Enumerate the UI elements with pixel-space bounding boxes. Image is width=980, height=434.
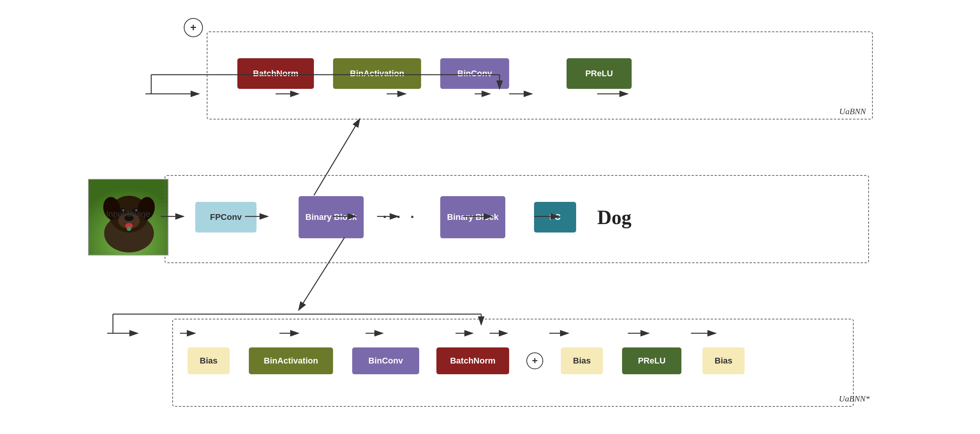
uabnn-label: UaBNN <box>839 106 866 116</box>
mid-fpconv-block: FPConv <box>195 202 256 233</box>
bot-batchnorm-block: BatchNorm <box>436 347 509 374</box>
bot-binactivation-block: BinActivation <box>249 347 333 374</box>
uabnn-star-label: UaBNN* <box>839 394 870 404</box>
input-image-label: Input Image <box>88 209 168 219</box>
svg-point-13 <box>127 226 131 231</box>
mid-dashed-box <box>165 175 869 263</box>
bot-row: UaBNN* Bias BinActivation BinConv BatchN… <box>149 315 877 407</box>
output-label: Dog <box>597 206 632 228</box>
mid-row: Input Image FPConv Binary Block · · · Bi… <box>88 171 892 263</box>
bot-plus-symbol: + <box>526 352 543 369</box>
diagram-wrapper: UaBNN BatchNorm BinActivation BinConv + … <box>69 16 911 418</box>
bot-bias3-block: Bias <box>702 347 745 374</box>
bot-prelu-block: PReLU <box>622 347 681 374</box>
bot-bias2-block: Bias <box>561 347 603 374</box>
top-batchnorm-block: BatchNorm <box>237 58 314 89</box>
top-plus-symbol: + <box>184 18 203 37</box>
mid-binary-block-2: Binary Block <box>440 196 505 238</box>
bot-binconv-block: BinConv <box>352 347 419 374</box>
mid-dots: · · · <box>383 209 417 225</box>
top-binconv-block: BinConv <box>440 58 509 89</box>
bot-bias1-block: Bias <box>188 347 230 374</box>
main-container: UaBNN BatchNorm BinActivation BinConv + … <box>0 0 980 434</box>
top-binactivation-block: BinActivation <box>333 58 421 89</box>
top-row: UaBNN BatchNorm BinActivation BinConv + … <box>184 28 873 120</box>
mid-binary-block-1: Binary Block <box>299 196 364 238</box>
mid-fc-block: FC <box>534 202 576 233</box>
top-prelu-block: PReLU <box>567 58 632 89</box>
